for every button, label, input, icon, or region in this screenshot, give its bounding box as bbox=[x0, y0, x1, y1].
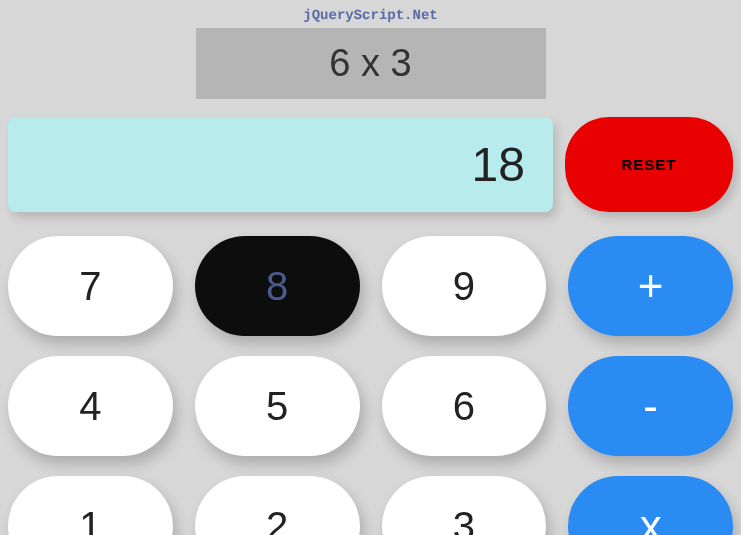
site-title: jQueryScript.Net bbox=[303, 8, 437, 24]
key-4[interactable]: 4 bbox=[8, 356, 173, 456]
expression-display: 6 x 3 bbox=[196, 28, 546, 99]
key-1[interactable]: 1 bbox=[8, 476, 173, 535]
key-multiply[interactable]: x bbox=[568, 476, 733, 535]
key-plus[interactable]: + bbox=[568, 236, 733, 336]
key-9[interactable]: 9 bbox=[382, 236, 547, 336]
result-row: 18 RESET bbox=[8, 117, 733, 212]
key-minus[interactable]: - bbox=[568, 356, 733, 456]
result-display: 18 bbox=[8, 117, 553, 212]
key-8[interactable]: 8 bbox=[195, 236, 360, 336]
reset-button[interactable]: RESET bbox=[565, 117, 733, 212]
keypad: 7 8 9 + 4 5 6 - 1 2 3 x bbox=[8, 236, 733, 535]
key-6[interactable]: 6 bbox=[382, 356, 547, 456]
key-2[interactable]: 2 bbox=[195, 476, 360, 535]
key-5[interactable]: 5 bbox=[195, 356, 360, 456]
key-3[interactable]: 3 bbox=[382, 476, 547, 535]
key-7[interactable]: 7 bbox=[8, 236, 173, 336]
